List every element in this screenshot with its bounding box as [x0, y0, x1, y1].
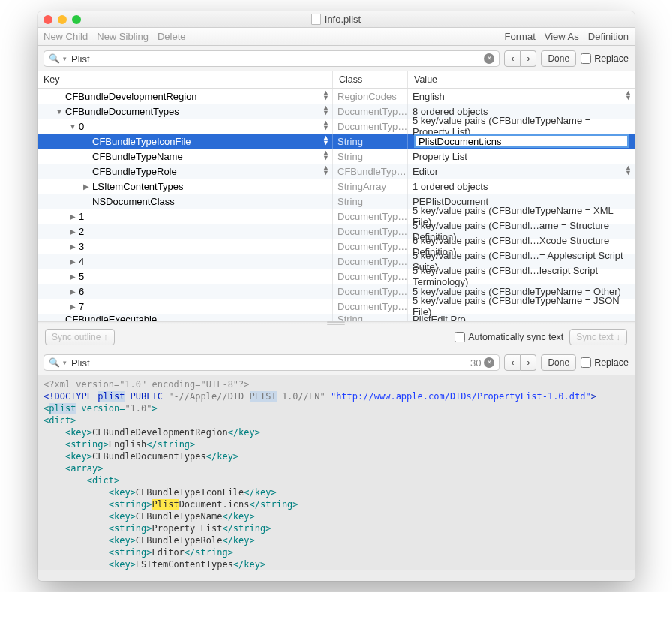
cell-class[interactable]: String — [333, 149, 408, 164]
titlebar[interactable]: Info.plist — [38, 11, 634, 28]
clear-search-icon[interactable]: × — [484, 53, 494, 64]
search-input-top[interactable]: 🔍 ▾ Plist × — [44, 50, 500, 67]
stepper-icon[interactable]: ▲▼ — [625, 90, 632, 101]
cell-key[interactable]: ▼CFBundleDocumentTypes▲▼ — [38, 104, 333, 119]
chevron-down-icon[interactable]: ▾ — [63, 359, 67, 366]
disclosure-closed-icon[interactable]: ▶ — [69, 242, 76, 251]
search-next-button[interactable]: › — [520, 354, 536, 371]
table-row[interactable]: ▶7DocumentTyp…5 key/value pairs (CFBundl… — [38, 299, 634, 314]
disclosure-closed-icon[interactable]: ▶ — [69, 272, 76, 281]
cell-class[interactable]: String — [333, 134, 408, 149]
table-row[interactable]: ▶LSItemContentTypesStringArray1 ordered … — [38, 179, 634, 194]
cell-value[interactable]: 5 key/value pairs (CFBundl…lescript Scri… — [408, 269, 634, 284]
disclosure-open-icon[interactable]: ▼ — [56, 107, 63, 116]
column-value[interactable]: Value — [408, 71, 634, 88]
value-edit-field[interactable]: PlistDocument.icns — [414, 134, 628, 148]
done-button-top[interactable]: Done — [541, 50, 576, 67]
disclosure-open-icon[interactable]: ▼ — [69, 122, 76, 131]
cell-class[interactable]: DocumentTyp… — [333, 284, 408, 299]
cell-class[interactable]: DocumentTyp… — [333, 239, 408, 254]
cell-key[interactable]: ▶2 — [38, 224, 333, 239]
stepper-icon[interactable]: ▲▼ — [625, 165, 632, 176]
stepper-icon[interactable]: ▲▼ — [322, 90, 329, 101]
disclosure-closed-icon[interactable]: ▶ — [69, 257, 76, 266]
cell-key[interactable]: ▶1 — [38, 209, 333, 224]
cell-key[interactable]: CFBundleExecutable — [38, 314, 333, 321]
table-row[interactable]: ▼0▲▼DocumentTyp…5 key/value pairs (CFBun… — [38, 119, 634, 134]
resize-handle[interactable] — [38, 570, 634, 581]
cell-class[interactable]: DocumentTyp… — [333, 254, 408, 269]
cell-key[interactable]: NSDocumentClass — [38, 194, 333, 209]
cell-value[interactable]: 5 key/value pairs (CFBundleTypeName = Pr… — [408, 119, 634, 134]
sync-text-button[interactable]: Sync text ↓ — [569, 329, 627, 345]
done-button-bottom[interactable]: Done — [541, 354, 576, 371]
cell-class[interactable]: DocumentTyp… — [333, 104, 408, 119]
toolbar-delete[interactable]: Delete — [158, 31, 186, 42]
table-row[interactable]: ▶5DocumentTyp…5 key/value pairs (CFBundl… — [38, 269, 634, 284]
clear-search-icon[interactable]: × — [484, 357, 494, 368]
outline-table[interactable]: CFBundleDevelopmentRegion▲▼RegionCodesEn… — [38, 89, 634, 321]
search-prev-button[interactable]: ‹ — [504, 354, 520, 371]
cell-key[interactable]: CFBundleTypeRole▲▼ — [38, 164, 333, 179]
cell-key[interactable]: CFBundleTypeName▲▼ — [38, 149, 333, 164]
toolbar-new-sibling[interactable]: New Sibling — [97, 31, 148, 42]
toolbar-view-as[interactable]: View As — [544, 31, 579, 42]
disclosure-closed-icon[interactable]: ▶ — [69, 302, 76, 311]
cell-class[interactable]: DocumentTyp… — [333, 119, 408, 134]
table-row[interactable]: CFBundleDevelopmentRegion▲▼RegionCodesEn… — [38, 89, 634, 104]
stepper-icon[interactable]: ▲▼ — [322, 105, 329, 116]
cell-class[interactable]: RegionCodes — [333, 89, 408, 104]
sync-outline-button[interactable]: Sync outline ↑ — [45, 329, 115, 345]
cell-key[interactable]: CFBundleDevelopmentRegion▲▼ — [38, 89, 333, 104]
cell-class[interactable]: String — [333, 314, 408, 321]
cell-class[interactable]: StringArray — [333, 179, 408, 194]
stepper-icon[interactable]: ▲▼ — [322, 150, 329, 161]
cell-key[interactable]: CFBundleTypeIconFile▲▼ — [38, 134, 333, 149]
cell-class[interactable]: DocumentTyp… — [333, 269, 408, 284]
cell-key[interactable]: ▶4 — [38, 254, 333, 269]
auto-sync-checkbox[interactable]: Automatically sync text — [454, 332, 563, 342]
table-row[interactable]: CFBundleTypeRole▲▼CFBundleTyp…Editor▲▼ — [38, 164, 634, 179]
disclosure-closed-icon[interactable]: ▶ — [82, 182, 90, 191]
cell-key[interactable]: ▼0▲▼ — [38, 119, 333, 134]
cell-value[interactable]: Property List — [408, 149, 634, 164]
cell-key[interactable]: ▶3 — [38, 239, 333, 254]
column-key[interactable]: Key — [38, 71, 333, 88]
cell-value[interactable]: Editor▲▼ — [408, 164, 634, 179]
stepper-icon[interactable]: ▲▼ — [322, 135, 329, 146]
cell-key[interactable]: ▶6 — [38, 284, 333, 299]
table-row[interactable]: CFBundleTypeIconFile▲▼StringPlistDocumen… — [38, 134, 634, 149]
cell-key[interactable]: ▶7 — [38, 299, 333, 314]
table-row[interactable]: CFBundleExecutableStringPlistEdit Pro — [38, 314, 634, 321]
toolbar-format[interactable]: Format — [505, 31, 536, 42]
table-row[interactable]: CFBundleTypeName▲▼StringProperty List — [38, 149, 634, 164]
disclosure-closed-icon[interactable]: ▶ — [69, 212, 76, 221]
search-input-bottom[interactable]: 🔍 ▾ Plist 30 × — [44, 354, 500, 371]
cell-class[interactable]: DocumentTyp… — [333, 209, 408, 224]
search-next-button[interactable]: › — [520, 50, 536, 67]
cell-key[interactable]: ▶LSItemContentTypes — [38, 179, 333, 194]
cell-key[interactable]: ▶5 — [38, 269, 333, 284]
cell-class[interactable]: CFBundleTyp… — [333, 164, 408, 179]
replace-checkbox-bottom[interactable]: Replace — [580, 357, 628, 368]
column-class[interactable]: Class — [333, 71, 408, 88]
disclosure-closed-icon[interactable]: ▶ — [69, 227, 76, 236]
cell-class[interactable]: DocumentTyp… — [333, 224, 408, 239]
chevron-down-icon[interactable]: ▾ — [63, 55, 67, 62]
toolbar-new-child[interactable]: New Child — [44, 31, 88, 42]
cell-value[interactable]: 5 key/value pairs (CFBundleTypeName = JS… — [408, 299, 634, 314]
xml-source-pane[interactable]: <?xml version="1.0" encoding="UTF-8"?> <… — [38, 375, 634, 570]
toolbar-definition[interactable]: Definition — [588, 31, 628, 42]
cell-value[interactable]: PlistDocument.icns — [408, 134, 634, 149]
cell-value[interactable]: English▲▼ — [408, 89, 634, 104]
search-prev-button[interactable]: ‹ — [504, 50, 520, 67]
cell-value[interactable]: 1 ordered objects — [408, 179, 634, 194]
disclosure-closed-icon[interactable]: ▶ — [69, 287, 76, 296]
stepper-icon[interactable]: ▲▼ — [322, 165, 329, 176]
cell-class[interactable]: DocumentTyp… — [333, 299, 408, 314]
replace-check[interactable] — [580, 53, 591, 64]
cell-value[interactable]: PlistEdit Pro — [408, 314, 634, 321]
cell-class[interactable]: String — [333, 194, 408, 209]
stepper-icon[interactable]: ▲▼ — [322, 120, 329, 131]
replace-checkbox-top[interactable]: Replace — [580, 53, 628, 64]
